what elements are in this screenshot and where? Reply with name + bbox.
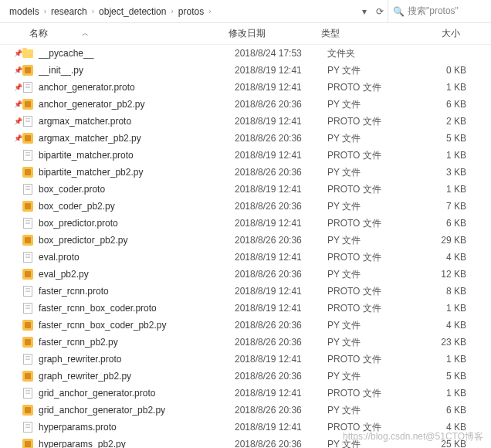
file-row[interactable]: 📌anchor_generator.proto2018/8/19 12:41PR…	[0, 79, 491, 96]
file-row[interactable]: 📌eval.proto2018/8/19 12:41PROTO 文件4 KB	[0, 249, 491, 266]
file-row[interactable]: 📌__pycache__2018/8/24 17:53文件夹	[0, 45, 491, 62]
column-type[interactable]: 类型	[321, 27, 414, 40]
file-row[interactable]: 📌bipartite_matcher.proto2018/8/19 12:41P…	[0, 147, 491, 164]
file-name: __init__.py	[39, 65, 235, 76]
python-file-icon	[22, 98, 34, 110]
python-file-icon	[22, 319, 34, 331]
file-type: PROTO 文件	[327, 302, 420, 315]
file-row[interactable]: 📌bipartite_matcher_pb2.py2018/8/26 20:36…	[0, 164, 491, 181]
file-date: 2018/8/19 12:41	[235, 65, 327, 76]
python-file-icon	[22, 268, 34, 280]
file-row[interactable]: 📌faster_rcnn_box_coder_pb2.py2018/8/26 2…	[0, 317, 491, 334]
file-date: 2018/8/19 12:41	[235, 82, 327, 93]
file-type: PROTO 文件	[327, 421, 420, 434]
file-type: PROTO 文件	[327, 149, 420, 162]
file-date: 2018/8/24 17:53	[235, 48, 327, 59]
file-row[interactable]: 📌argmax_matcher.proto2018/8/19 12:41PROT…	[0, 113, 491, 130]
file-type: PY 文件	[327, 234, 420, 247]
sort-indicator-icon: ︿	[82, 29, 89, 39]
file-name: hyperparams.proto	[39, 422, 235, 433]
file-row[interactable]: 📌argmax_matcher_pb2.py2018/8/26 20:36PY …	[0, 130, 491, 147]
file-row[interactable]: 📌hyperparams_pb2.py2018/8/26 20:36PY 文件2…	[0, 436, 491, 448]
file-name: box_coder_pb2.py	[39, 201, 235, 212]
search-icon: 🔍	[393, 6, 405, 17]
file-date: 2018/8/26 20:36	[235, 99, 327, 110]
column-headers: 名称 ︿ 修改日期 类型 大小	[0, 23, 491, 45]
pin-icon: 📌	[14, 49, 22, 57]
python-file-icon	[22, 64, 34, 76]
file-list: 📌__pycache__2018/8/24 17:53文件夹📌__init__.…	[0, 45, 491, 448]
chevron-right-icon: ›	[208, 7, 211, 15]
chevron-right-icon: ›	[92, 7, 94, 15]
file-size: 1 KB	[420, 150, 466, 161]
file-size: 3 KB	[420, 167, 466, 178]
file-date: 2018/8/26 20:36	[235, 235, 327, 246]
file-date: 2018/8/26 20:36	[235, 439, 327, 448]
file-row[interactable]: 📌graph_rewriter_pb2.py2018/8/26 20:36PY …	[0, 368, 491, 385]
breadcrumb-segment[interactable]: models	[9, 6, 39, 17]
file-row[interactable]: 📌eval_pb2.py2018/8/26 20:36PY 文件12 KB	[0, 266, 491, 283]
file-type: PROTO 文件	[327, 81, 420, 94]
file-name: bipartite_matcher.proto	[39, 150, 235, 161]
file-size: 5 KB	[420, 371, 466, 382]
file-name: anchor_generator_pb2.py	[39, 99, 235, 110]
file-size: 23 KB	[420, 337, 466, 348]
file-row[interactable]: 📌grid_anchor_generator_pb2.py2018/8/26 2…	[0, 402, 491, 419]
file-name: argmax_matcher.proto	[39, 116, 235, 127]
python-file-icon	[22, 234, 34, 246]
file-row[interactable]: 📌box_predictor_pb2.py2018/8/26 20:36PY 文…	[0, 232, 491, 249]
file-row[interactable]: 📌faster_rcnn_box_coder.proto2018/8/19 12…	[0, 300, 491, 317]
file-size: 4 KB	[420, 252, 466, 263]
search-box[interactable]: 🔍 搜索"protos"	[388, 0, 488, 22]
address-bar: models›research›object_detection›protos›…	[0, 0, 491, 23]
file-row[interactable]: 📌graph_rewriter.proto2018/8/19 12:41PROT…	[0, 351, 491, 368]
file-row[interactable]: 📌box_predictor.proto2018/8/19 12:41PROTO…	[0, 215, 491, 232]
file-type: PY 文件	[327, 404, 420, 417]
file-row[interactable]: 📌grid_anchor_generator.proto2018/8/19 12…	[0, 385, 491, 402]
file-date: 2018/8/26 20:36	[235, 337, 327, 348]
breadcrumb[interactable]: models›research›object_detection›protos›	[3, 6, 357, 17]
python-file-icon	[22, 336, 34, 348]
breadcrumb-segment[interactable]: research	[51, 6, 87, 17]
file-date: 2018/8/26 20:36	[235, 269, 327, 280]
refresh-icon[interactable]: ⟳	[372, 4, 388, 19]
column-size[interactable]: 大小	[414, 27, 460, 40]
file-date: 2018/8/19 12:41	[235, 422, 327, 433]
dropdown-icon[interactable]: ▾	[357, 4, 372, 19]
file-type: PY 文件	[327, 268, 420, 281]
breadcrumb-segment[interactable]: object_detection	[99, 6, 166, 17]
file-row[interactable]: 📌box_coder.proto2018/8/19 12:41PROTO 文件1…	[0, 181, 491, 198]
file-name: bipartite_matcher_pb2.py	[39, 167, 235, 178]
file-name: graph_rewriter.proto	[39, 354, 235, 365]
file-row[interactable]: 📌anchor_generator_pb2.py2018/8/26 20:36P…	[0, 96, 491, 113]
file-row[interactable]: 📌__init__.py2018/8/19 12:41PY 文件0 KB	[0, 62, 491, 79]
file-row[interactable]: 📌faster_rcnn.proto2018/8/19 12:41PROTO 文…	[0, 283, 491, 300]
file-name: faster_rcnn.proto	[39, 286, 235, 297]
file-type: PY 文件	[327, 438, 420, 449]
file-size: 1 KB	[420, 388, 466, 399]
python-file-icon	[22, 370, 34, 382]
python-file-icon	[22, 200, 34, 212]
proto-file-icon	[22, 421, 34, 433]
column-name[interactable]: 名称 ︿	[29, 27, 229, 40]
file-date: 2018/8/19 12:41	[235, 184, 327, 195]
file-row[interactable]: 📌hyperparams.proto2018/8/19 12:41PROTO 文…	[0, 419, 491, 436]
file-name: box_predictor.proto	[39, 218, 235, 229]
breadcrumb-segment[interactable]: protos	[178, 6, 204, 17]
file-row[interactable]: 📌box_coder_pb2.py2018/8/26 20:36PY 文件7 K…	[0, 198, 491, 215]
proto-file-icon	[22, 251, 34, 263]
file-size: 5 KB	[420, 133, 466, 144]
file-size: 25 KB	[420, 439, 466, 448]
file-type: 文件夹	[327, 47, 420, 60]
file-row[interactable]: 📌faster_rcnn_pb2.py2018/8/26 20:36PY 文件2…	[0, 334, 491, 351]
column-date[interactable]: 修改日期	[229, 27, 321, 40]
file-size: 0 KB	[420, 65, 466, 76]
proto-file-icon	[22, 353, 34, 365]
file-date: 2018/8/26 20:36	[235, 167, 327, 178]
file-name: faster_rcnn_pb2.py	[39, 337, 235, 348]
file-date: 2018/8/19 12:41	[235, 354, 327, 365]
pin-icon: 📌	[14, 66, 22, 74]
file-size: 29 KB	[420, 235, 466, 246]
file-name: argmax_matcher_pb2.py	[39, 133, 235, 144]
file-date: 2018/8/19 12:41	[235, 252, 327, 263]
